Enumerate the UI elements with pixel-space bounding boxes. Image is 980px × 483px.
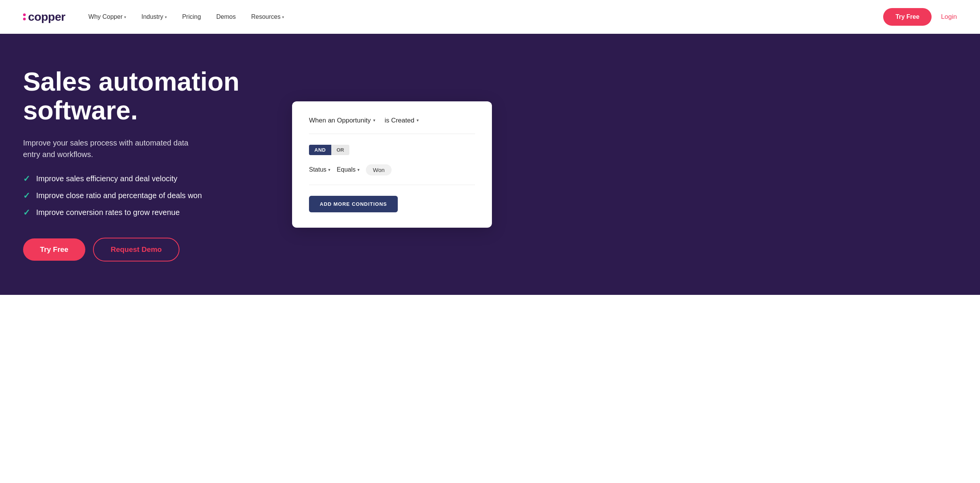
- try-free-hero-button[interactable]: Try Free: [23, 238, 85, 261]
- automation-card: When an Opportunity ▾ is Created ▾ AND O…: [292, 101, 492, 228]
- checklist-text-3: Improve conversion rates to grow revenue: [36, 208, 180, 217]
- nav-item-demos[interactable]: Demos: [216, 13, 236, 20]
- check-icon-2: ✓: [23, 191, 30, 201]
- nav-actions: Try Free Login: [883, 8, 957, 26]
- hero-buttons: Try Free Request Demo: [23, 238, 261, 261]
- condition-value: Won: [366, 164, 392, 175]
- checklist-item-1: ✓ Improve sales efficiency and deal velo…: [23, 174, 261, 184]
- trigger-when-caret: ▾: [373, 118, 375, 123]
- nav-links: Why Copper ▾ Industry ▾ Pricing Demos Re…: [88, 13, 883, 20]
- trigger-when[interactable]: When an Opportunity ▾: [309, 117, 375, 124]
- logo-dots: [23, 13, 26, 20]
- checklist-text-1: Improve sales efficiency and deal veloci…: [36, 174, 178, 183]
- login-button[interactable]: Login: [941, 13, 957, 21]
- nav-item-why-copper[interactable]: Why Copper ▾: [88, 13, 126, 20]
- logo-text: copper: [28, 10, 65, 23]
- trigger-row: When an Opportunity ▾ is Created ▾: [309, 117, 475, 134]
- hero-checklist: ✓ Improve sales efficiency and deal velo…: [23, 174, 261, 218]
- condition-operator[interactable]: Equals ▾: [337, 166, 360, 173]
- logo-dot-top: [23, 13, 26, 16]
- and-button[interactable]: AND: [309, 145, 331, 155]
- checklist-item-3: ✓ Improve conversion rates to grow reven…: [23, 208, 261, 218]
- check-icon-1: ✓: [23, 174, 30, 184]
- hero-section: Sales automation software. Improve your …: [0, 34, 980, 295]
- check-icon-3: ✓: [23, 208, 30, 218]
- chevron-down-icon: ▾: [282, 15, 284, 19]
- or-button[interactable]: OR: [331, 145, 350, 155]
- hero-title: Sales automation software.: [23, 67, 261, 125]
- chevron-down-icon: ▾: [165, 15, 167, 19]
- hero-subtitle: Improve your sales process with automate…: [23, 137, 208, 160]
- logo-dot-bottom: [23, 18, 26, 20]
- trigger-is-caret: ▾: [417, 118, 419, 123]
- add-conditions-button[interactable]: ADD MORE CONDITIONS: [309, 196, 398, 212]
- condition-field[interactable]: Status ▾: [309, 166, 331, 173]
- field-caret: ▾: [328, 167, 331, 172]
- trigger-is[interactable]: is Created ▾: [385, 117, 419, 124]
- condition-row: Status ▾ Equals ▾ Won: [309, 164, 475, 185]
- try-free-nav-button[interactable]: Try Free: [883, 8, 932, 26]
- operator-caret: ▾: [357, 167, 360, 172]
- request-demo-button[interactable]: Request Demo: [93, 238, 179, 261]
- and-or-row: AND OR: [309, 145, 475, 155]
- checklist-text-2: Improve close ratio and percentage of de…: [36, 191, 202, 200]
- hero-left: Sales automation software. Improve your …: [23, 67, 261, 261]
- nav-item-resources[interactable]: Resources ▾: [251, 13, 284, 20]
- chevron-down-icon: ▾: [124, 15, 126, 19]
- checklist-item-2: ✓ Improve close ratio and percentage of …: [23, 191, 261, 201]
- navbar: copper Why Copper ▾ Industry ▾ Pricing D…: [0, 0, 980, 34]
- logo[interactable]: copper: [23, 10, 65, 23]
- nav-item-pricing[interactable]: Pricing: [182, 13, 201, 20]
- hero-right: When an Opportunity ▾ is Created ▾ AND O…: [292, 101, 492, 228]
- nav-item-industry[interactable]: Industry ▾: [141, 13, 167, 20]
